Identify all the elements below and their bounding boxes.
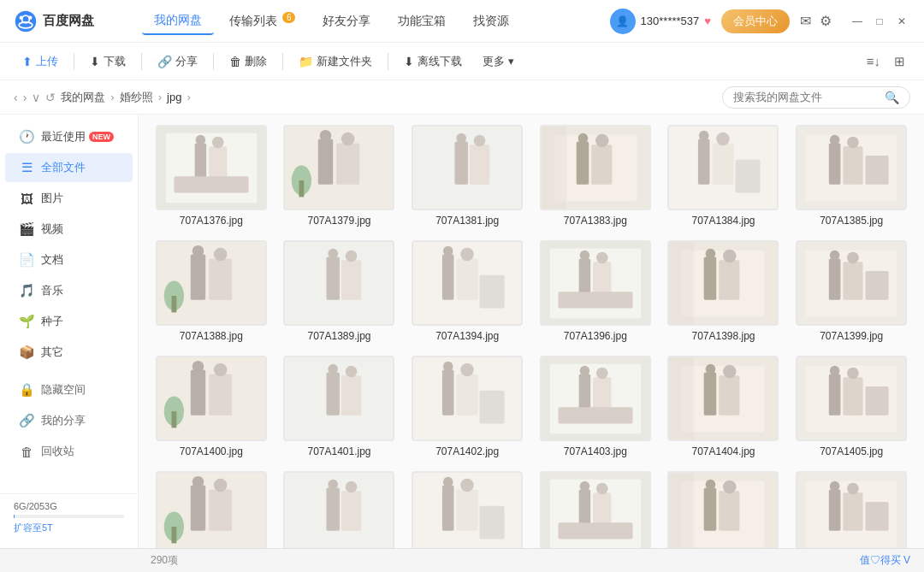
breadcrumb-wedding[interactable]: 婚纱照 <box>120 90 153 105</box>
svg-rect-73 <box>704 257 717 299</box>
nav-my-disk[interactable]: 我的网盘 <box>142 8 214 35</box>
svg-point-69 <box>596 251 608 263</box>
svg-rect-129 <box>209 489 232 530</box>
file-item[interactable]: 707A1407.jpg <box>281 471 399 548</box>
message-icon[interactable]: ✉ <box>800 13 811 29</box>
expand-storage-button[interactable]: 扩容至5T <box>14 522 124 534</box>
forward-button[interactable]: › <box>23 91 27 104</box>
breadcrumb-sep-1: › <box>110 91 114 103</box>
svg-rect-164 <box>866 501 889 530</box>
back-button[interactable]: ‹ <box>14 91 18 104</box>
file-thumbnail <box>540 356 651 441</box>
offline-download-button[interactable]: ⬇ 离线下载 <box>395 50 471 74</box>
logo-text: 百度网盘 <box>43 13 94 29</box>
delete-button[interactable]: 🗑 删除 <box>221 50 275 74</box>
sidebar-item-recycle[interactable]: 🗑 回收站 <box>5 437 133 466</box>
svg-point-81 <box>830 250 840 260</box>
download-button[interactable]: ⬇ 下载 <box>81 50 134 74</box>
svg-rect-150 <box>558 522 632 539</box>
more-button[interactable]: 更多 ▾ <box>474 50 523 74</box>
file-item[interactable]: 707A1381.jpg <box>408 125 526 227</box>
file-thumbnail <box>667 356 779 441</box>
nav-share-friends[interactable]: 好友分享 <box>311 9 382 34</box>
file-thumbnail <box>156 356 267 441</box>
dropdown-button[interactable]: ∨ <box>32 91 40 104</box>
sidebar-item-seeds[interactable]: 🌱 种子 <box>5 307 133 336</box>
nav-transfer[interactable]: 传输列表 6 <box>217 9 307 34</box>
svg-rect-136 <box>341 491 361 531</box>
sidebar-item-recent[interactable]: 🕐 最近使用 NEW <box>5 122 133 151</box>
upload-button[interactable]: ⬆ 上传 <box>14 50 67 74</box>
file-thumbnail <box>667 471 779 548</box>
file-item[interactable]: 707A1376.jpg <box>152 125 270 227</box>
sidebar-item-music[interactable]: 🎵 音乐 <box>5 276 133 305</box>
close-button[interactable]: ✕ <box>893 13 910 30</box>
file-item[interactable]: 707A1396.jpg <box>536 240 654 342</box>
file-item[interactable]: 707A1410.jpg <box>665 471 783 548</box>
maximize-button[interactable]: □ <box>871 13 888 30</box>
new-folder-button[interactable]: 📁 新建文件夹 <box>290 50 381 74</box>
file-item[interactable]: 707A1388.jpg <box>152 240 270 342</box>
file-item[interactable]: 707A1409.jpg <box>536 471 654 548</box>
sidebar-item-docs[interactable]: 📄 文档 <box>5 245 133 274</box>
list-view-button[interactable]: ≡↓ <box>862 50 886 72</box>
search-input[interactable] <box>733 91 880 103</box>
sidebar-item-all-files[interactable]: ☰ 全部文件 <box>5 153 133 182</box>
sidebar-item-images[interactable]: 🖼 图片 <box>5 184 133 213</box>
minimize-button[interactable]: — <box>849 13 866 30</box>
nav-find-resources[interactable]: 找资源 <box>461 9 521 34</box>
svg-point-10 <box>212 136 224 148</box>
sidebar-item-others[interactable]: 📦 其它 <box>5 338 133 367</box>
svg-rect-143 <box>480 505 505 539</box>
file-grid-container: 707A1376.jpg 707A1379.jpg 707A1381.jpg <box>139 115 924 548</box>
file-item[interactable]: 707A1385.jpg <box>792 125 910 227</box>
storage-info: 6G/2053G 扩容至5T <box>0 493 138 541</box>
file-item[interactable]: 707A1394.jpg <box>408 240 526 342</box>
watermark-link[interactable]: 值♡得买 V <box>860 553 910 568</box>
svg-point-74 <box>706 248 716 258</box>
share-button[interactable]: 🔗 分享 <box>149 50 206 74</box>
file-item[interactable]: 707A1402.jpg <box>408 356 526 457</box>
file-item[interactable]: 707A1411.jpg <box>792 471 910 548</box>
file-item[interactable]: 707A1379.jpg <box>281 125 399 227</box>
search-box[interactable]: 🔍 <box>722 86 910 109</box>
nav-toolbox[interactable]: 功能宝箱 <box>386 9 458 34</box>
grid-view-button[interactable]: ⊞ <box>889 50 910 73</box>
file-name: 707A1381.jpg <box>435 215 499 227</box>
file-thumbnail <box>796 125 907 210</box>
file-thumbnail <box>156 240 267 326</box>
file-item[interactable]: 707A1405.jpg <box>792 356 910 457</box>
file-item[interactable]: 707A1403.jpg <box>536 356 654 457</box>
svg-rect-52 <box>171 296 176 312</box>
file-item[interactable]: 707A1401.jpg <box>281 356 399 457</box>
sidebar-item-videos[interactable]: 🎬 视频 <box>5 215 133 244</box>
file-item[interactable]: 707A1404.jpg <box>665 356 783 457</box>
file-grid: 707A1376.jpg 707A1379.jpg 707A1381.jpg <box>152 125 910 548</box>
svg-point-97 <box>346 365 358 377</box>
user-info[interactable]: 👤 130*****537 ♥ <box>610 9 711 34</box>
search-icon[interactable]: 🔍 <box>885 91 899 104</box>
heart-icon: ♥ <box>704 15 711 27</box>
file-item[interactable]: 707A1389.jpg <box>281 240 399 342</box>
file-item[interactable]: 707A1408.jpg <box>408 471 526 548</box>
svg-point-4 <box>28 15 32 19</box>
file-item[interactable]: 707A1384.jpg <box>665 125 783 227</box>
svg-rect-42 <box>843 146 862 185</box>
file-item[interactable]: 707A1399.jpg <box>792 240 910 342</box>
share-nodes-icon: 🔗 <box>19 413 34 428</box>
sidebar-item-hidden-space[interactable]: 🔒 隐藏空间 <box>5 375 133 404</box>
refresh-button[interactable]: ↺ <box>45 91 56 104</box>
file-item[interactable]: 707A1400.jpg <box>152 356 270 457</box>
file-item[interactable]: 707A1406.jpg <box>152 471 270 548</box>
settings-icon[interactable]: ⚙ <box>820 13 832 29</box>
file-item[interactable]: 707A1383.jpg <box>536 125 654 227</box>
breadcrumb-my-disk[interactable]: 我的网盘 <box>61 90 105 105</box>
svg-point-83 <box>847 251 859 263</box>
svg-rect-92 <box>171 411 176 428</box>
file-item[interactable]: 707A1398.jpg <box>665 240 783 342</box>
sidebar-item-my-share[interactable]: 🔗 我的分享 <box>5 406 133 435</box>
vip-button[interactable]: 会员中心 <box>721 9 790 33</box>
svg-point-137 <box>346 481 358 492</box>
lock-icon: 🔒 <box>19 382 34 398</box>
file-name: 707A1384.jpg <box>691 215 755 227</box>
